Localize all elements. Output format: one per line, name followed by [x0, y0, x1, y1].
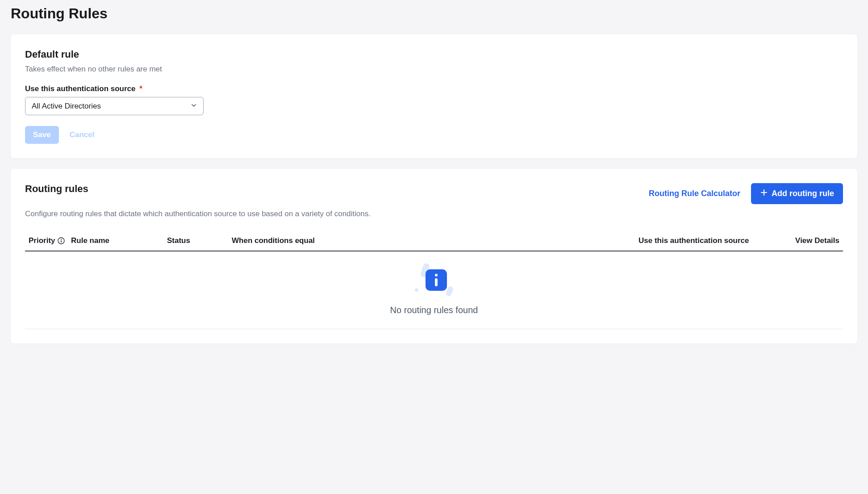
auth-source-select[interactable]: All Active Directories [25, 97, 204, 115]
save-button[interactable]: Save [25, 126, 59, 144]
column-rule-name: Rule name [71, 236, 167, 245]
auth-source-select-wrapper: All Active Directories [25, 97, 204, 115]
column-status: Status [167, 236, 232, 245]
routing-rules-header: Routing rules Routing Rule Calculator Ad… [25, 183, 843, 204]
empty-state: No routing rules found [25, 251, 843, 329]
cancel-button[interactable]: Cancel [66, 126, 98, 144]
default-rule-card: Default rule Takes effect when no other … [11, 34, 857, 158]
routing-rule-calculator-link[interactable]: Routing Rule Calculator [649, 189, 740, 198]
add-routing-rule-label: Add routing rule [772, 189, 834, 198]
column-priority: Priority [29, 236, 71, 245]
routing-rules-header-actions: Routing Rule Calculator Add routing rule [649, 183, 843, 204]
page-title: Routing Rules [11, 5, 857, 22]
routing-rules-card: Routing rules Routing Rule Calculator Ad… [11, 169, 857, 343]
add-routing-rule-button[interactable]: Add routing rule [751, 183, 843, 204]
column-priority-label: Priority [29, 236, 55, 245]
empty-state-text: No routing rules found [390, 305, 478, 315]
column-auth-source: Use this authentication source [638, 236, 781, 245]
svg-point-1 [61, 239, 62, 240]
column-view-details: View Details [781, 236, 839, 245]
routing-rules-title: Routing rules [25, 183, 649, 195]
auth-source-label: Use this authentication source * [25, 84, 843, 93]
empty-state-icon [414, 262, 454, 298]
column-conditions: When conditions equal [232, 236, 638, 245]
default-rule-buttons: Save Cancel [25, 126, 843, 144]
default-rule-title: Default rule [25, 49, 843, 60]
svg-rect-2 [61, 240, 62, 243]
required-asterisk: * [139, 84, 142, 93]
routing-rules-table-header: Priority Rule name Status When condition… [25, 231, 843, 251]
plus-icon [760, 188, 768, 199]
routing-rules-header-left: Routing rules [25, 183, 649, 199]
routing-rules-description: Configure routing rules that dictate whi… [25, 209, 843, 218]
info-icon[interactable] [57, 237, 65, 245]
info-square-icon [426, 269, 447, 291]
auth-source-label-text: Use this authentication source [25, 84, 136, 93]
default-rule-subtitle: Takes effect when no other rules are met [25, 65, 843, 74]
